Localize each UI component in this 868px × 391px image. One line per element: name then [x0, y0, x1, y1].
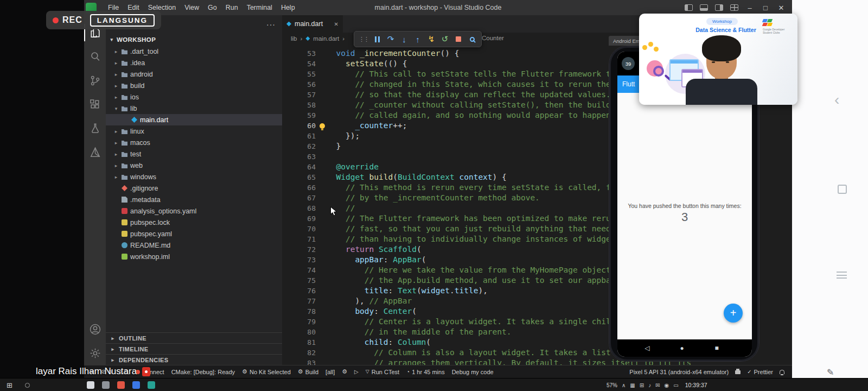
folder-lib[interactable]: ▾lib: [106, 103, 282, 114]
system-tray: 57% ∧▦⊞♪✉◉▭ 10:39:37: [607, 379, 707, 391]
start-button[interactable]: ⊞: [7, 381, 12, 389]
dart-icon: [131, 117, 137, 123]
doc-icon: [122, 197, 127, 203]
search-icon[interactable]: [84, 45, 106, 68]
step-into-button[interactable]: ↓: [398, 32, 411, 46]
debug-config[interactable]: Debug my code: [452, 369, 494, 375]
battery-icon[interactable]: ▭: [673, 382, 678, 388]
folder-web[interactable]: ▸web: [106, 160, 282, 171]
file-pubspec.lock[interactable]: pubspec.lock: [106, 217, 282, 228]
close-button[interactable]: ✕: [777, 4, 786, 12]
workspace-root-folder[interactable]: ▾ WORKSHOP: [106, 34, 282, 46]
home-button[interactable]: ●: [678, 344, 686, 352]
file-workshop.iml[interactable]: workshop.iml: [106, 251, 282, 262]
test-flask-icon[interactable]: [84, 116, 106, 140]
menu-go[interactable]: Go: [203, 0, 221, 15]
customize-layout-icon[interactable]: [730, 4, 738, 11]
windows-tray-icon[interactable]: ⊞: [640, 382, 644, 388]
bell-icon: [780, 370, 784, 374]
pen-icon[interactable]: ✎: [827, 367, 834, 377]
menu-terminal[interactable]: Terminal: [242, 0, 277, 15]
hidden-icons-chevron[interactable]: ∧: [622, 382, 626, 388]
account-icon[interactable]: [84, 317, 106, 341]
toggle-panel-icon[interactable]: [700, 4, 708, 11]
taskbar-app-icon[interactable]: [87, 381, 94, 389]
inspector-button[interactable]: [465, 32, 478, 46]
settings-icon[interactable]: [84, 341, 106, 365]
file-.gitignore[interactable]: .gitignore: [106, 182, 282, 194]
tab-close-icon[interactable]: ✕: [334, 21, 339, 27]
prettier-status[interactable]: Prettier: [747, 369, 773, 375]
increment-fab-button[interactable]: +: [724, 304, 743, 323]
folder-android[interactable]: ▸android: [106, 68, 282, 80]
readme-icon: [122, 242, 127, 248]
folder-build[interactable]: ▸build: [106, 80, 282, 91]
git-icon: [122, 185, 127, 191]
launch-play-button[interactable]: [354, 369, 359, 375]
taskbar-app-icon[interactable]: [132, 381, 140, 389]
cmake-settings-gear[interactable]: [342, 369, 347, 375]
drag-handle-icon[interactable]: ⋮⋮: [357, 32, 370, 46]
cmake-target[interactable]: [all]: [326, 369, 335, 375]
presenter-eye: [726, 61, 729, 63]
cmake-icon[interactable]: [84, 140, 106, 164]
source-control-icon[interactable]: [84, 68, 106, 92]
app-tray-icon[interactable]: ▦: [630, 382, 635, 388]
folder-ios[interactable]: ▸ios: [106, 91, 282, 103]
menu-view[interactable]: View: [180, 0, 203, 15]
section-dependencies[interactable]: ▸DEPENDENCIES: [106, 354, 282, 365]
file-README.md[interactable]: README.md: [106, 239, 282, 251]
audio-icon[interactable]: ♪: [648, 382, 651, 388]
file-pubspec.yaml[interactable]: pubspec.yaml: [106, 228, 282, 239]
more-actions-icon[interactable]: ···: [266, 20, 276, 29]
restart-button[interactable]: ↺: [438, 32, 451, 46]
step-over-button[interactable]: ↷: [384, 32, 397, 46]
chevron-left-icon[interactable]: ‹: [834, 91, 839, 109]
square-icon[interactable]: [838, 185, 847, 194]
gear-icon: [242, 369, 247, 375]
restore-button[interactable]: □: [761, 4, 770, 12]
folder-.dart_tool[interactable]: ▸.dart_tool: [106, 46, 282, 57]
coding-time[interactable]: 1 hr 45 mins: [406, 369, 445, 375]
taskbar-search-icon[interactable]: [25, 383, 30, 388]
file-main.dart[interactable]: main.dart: [106, 114, 282, 125]
stop-button[interactable]: [452, 32, 465, 46]
menu-lines-icon[interactable]: [837, 272, 847, 279]
run-ctest-button[interactable]: Run CTest: [366, 369, 399, 375]
file-analysis_options.yaml[interactable]: analysis_options.yaml: [106, 205, 282, 217]
extensions-icon[interactable]: [84, 92, 106, 116]
folder-.idea[interactable]: ▸.idea: [106, 57, 282, 68]
folder-macos[interactable]: ▸macos: [106, 137, 282, 148]
folder-windows[interactable]: ▸windows: [106, 171, 282, 182]
recents-button[interactable]: ■: [713, 344, 720, 352]
file-.metadata[interactable]: .metadata: [106, 194, 282, 205]
taskbar-app-icon[interactable]: [117, 381, 125, 389]
step-out-button[interactable]: ↑: [411, 32, 424, 46]
cmake-build-button[interactable]: Build: [298, 369, 318, 375]
toggle-secondary-sidebar-icon[interactable]: [715, 4, 723, 11]
menu-help[interactable]: Help: [277, 0, 299, 15]
section-outline[interactable]: ▸OUTLINE: [106, 332, 282, 343]
back-button[interactable]: ◁: [643, 344, 651, 352]
device-selector[interactable]: Pixel 5 API 31 (android-x64 emulator): [629, 369, 729, 375]
folder-test[interactable]: ▸test: [106, 148, 282, 160]
menu-run[interactable]: Run: [221, 0, 242, 15]
mail-icon[interactable]: ✉: [655, 382, 660, 388]
taskbar-app-icon[interactable]: [148, 381, 155, 389]
minimize-button[interactable]: –: [745, 4, 754, 12]
cmake-status[interactable]: CMake: [Debug]: Ready: [171, 369, 235, 375]
print-icon: [735, 370, 741, 374]
pause-button[interactable]: [371, 32, 384, 46]
notifications-bell[interactable]: [780, 370, 784, 374]
network-icon[interactable]: ◉: [665, 382, 669, 388]
taskbar-app-icon[interactable]: [102, 381, 110, 389]
emoji-icon: [648, 42, 653, 47]
toggle-sidebar-icon[interactable]: [685, 4, 693, 11]
hot-reload-button[interactable]: ↯: [425, 32, 438, 46]
printer-icon[interactable]: [735, 369, 741, 374]
tab-main-dart[interactable]: main.dart ✕: [282, 15, 343, 33]
lightbulb-icon[interactable]: [320, 123, 325, 129]
cmake-kit[interactable]: No Kit Selected: [242, 369, 291, 375]
section-timeline[interactable]: ▸TIMELINE: [106, 343, 282, 354]
folder-linux[interactable]: ▸linux: [106, 125, 282, 137]
